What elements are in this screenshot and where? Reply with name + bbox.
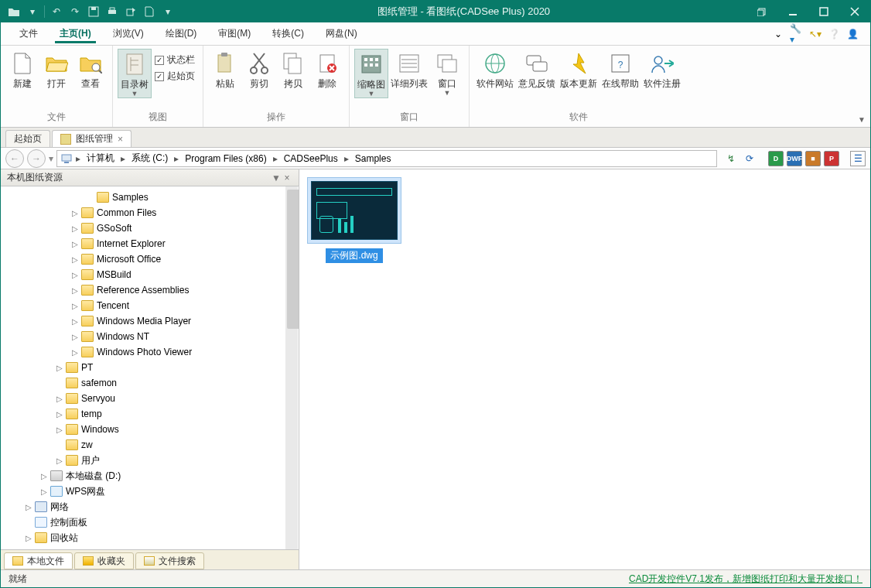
register-button[interactable]: 软件注册 — [641, 49, 683, 89]
maximize-button[interactable] — [808, 1, 839, 22]
tree-node[interactable]: zw — [1, 437, 299, 453]
expand-icon[interactable]: ▷ — [70, 286, 80, 295]
refresh-icon[interactable]: ⟳ — [742, 151, 757, 166]
nav-forward-button[interactable]: → — [27, 149, 46, 168]
tree-node[interactable]: 控制面板 — [1, 514, 299, 530]
close-button[interactable] — [839, 1, 870, 22]
tree-node[interactable]: ▷Reference Assemblies — [1, 282, 299, 298]
filter-pdf-icon[interactable]: P — [824, 151, 839, 166]
help-button[interactable]: ?在线帮助 — [599, 49, 641, 89]
ribbon-collapse-icon[interactable]: ▼ — [858, 115, 866, 124]
tree-node[interactable]: ▷GSoSoft — [1, 220, 299, 236]
menu-browse[interactable]: 浏览(V) — [102, 22, 155, 45]
tree-node[interactable]: ▷temp — [1, 406, 299, 422]
tree-node[interactable]: ▷WPS网盘 — [1, 484, 299, 499]
tab-close-icon[interactable]: × — [118, 134, 123, 145]
filter-image-icon[interactable]: ■ — [805, 151, 821, 166]
tree-node[interactable]: ▷网络 — [1, 499, 299, 514]
restore-down-extra-icon[interactable] — [746, 1, 777, 22]
expand-icon[interactable]: ▷ — [39, 487, 49, 496]
tree-node[interactable]: ▷本地磁盘 (D:) — [1, 468, 299, 484]
file-name[interactable]: 示例图.dwg — [326, 248, 382, 263]
copy-button[interactable]: 拷贝 — [276, 49, 310, 89]
detaillist-button[interactable]: 详细列表 — [388, 49, 430, 89]
tree-node[interactable]: ▷MSBuild — [1, 267, 299, 282]
breadcrumb-seg[interactable]: Samples — [352, 153, 395, 164]
checkbox-statusbar[interactable]: ✓状态栏 — [155, 53, 195, 67]
expand-icon[interactable]: ▷ — [55, 395, 64, 403]
expand-icon[interactable]: ▷ — [70, 209, 80, 217]
tree-node[interactable]: ▷Windows Media Player — [1, 313, 299, 329]
tab-drawingmgr[interactable]: 图纸管理× — [52, 130, 132, 147]
file-list[interactable]: 示例图.dwg — [299, 169, 870, 569]
wrench-icon[interactable]: 🔧▾ — [790, 27, 804, 41]
sidebar-close-icon[interactable]: × — [282, 173, 292, 183]
tree-node[interactable]: ▷Internet Explorer — [1, 236, 299, 251]
cursor-icon[interactable]: ↖▾ — [808, 27, 822, 41]
delete-button[interactable]: 删除 — [310, 49, 344, 89]
menu-file[interactable]: 文件 — [9, 22, 49, 45]
sidetab-favorites[interactable]: 收藏夹 — [74, 552, 134, 569]
tree-node[interactable]: ▷PT — [1, 360, 299, 375]
tree-node[interactable]: ▷Microsoft Office — [1, 251, 299, 267]
breadcrumb-seg[interactable]: CADSeePlus — [281, 153, 341, 164]
menu-cloud[interactable]: 网盘(N) — [315, 22, 368, 45]
menu-convert[interactable]: 转换(C) — [261, 22, 315, 45]
expand-icon[interactable]: ▷ — [24, 503, 33, 511]
chevron-down-icon[interactable]: ⌄ — [771, 27, 785, 41]
checkbox-startpage[interactable]: ✓起始页 — [155, 70, 195, 83]
expand-icon[interactable]: ▷ — [55, 364, 64, 372]
breadcrumb-seg[interactable]: 计算机 — [84, 152, 118, 165]
expand-icon[interactable]: ▷ — [70, 255, 80, 264]
folder-icon[interactable] — [7, 5, 21, 19]
user-icon[interactable]: 👤 — [845, 27, 859, 41]
tree-node[interactable]: Samples — [1, 190, 299, 205]
window-button[interactable]: 窗口▼ — [430, 49, 464, 97]
sidetab-local[interactable]: 本地文件 — [4, 552, 73, 569]
save-icon[interactable] — [87, 5, 101, 19]
expand-icon[interactable]: ▷ — [70, 240, 80, 248]
page-icon[interactable] — [142, 5, 156, 19]
nav-history-icon[interactable]: ▾ — [49, 153, 53, 164]
tree-node[interactable]: ▷Servyou — [1, 391, 299, 406]
breadcrumb[interactable]: ▸计算机 ▸系统 (C:) ▸Program Files (x86) ▸CADS… — [56, 150, 717, 167]
expand-icon[interactable]: ▷ — [70, 317, 80, 326]
tree-button[interactable]: 目录树▼ — [118, 49, 152, 98]
new-button[interactable]: 新建 — [5, 49, 39, 89]
site-button[interactable]: 软件网站 — [474, 49, 516, 89]
minimize-button[interactable] — [777, 1, 808, 22]
expand-icon[interactable]: ▷ — [70, 224, 80, 233]
help-icon[interactable]: ❔ — [827, 27, 841, 41]
tree-node[interactable]: ▷Common Files — [1, 205, 299, 220]
export-icon[interactable] — [124, 5, 138, 19]
expand-icon[interactable]: ▷ — [39, 472, 49, 480]
thumbnail-button[interactable]: 缩略图▼ — [354, 49, 388, 98]
tree-node[interactable]: safemon — [1, 375, 299, 391]
tree-node[interactable]: ▷用户 — [1, 453, 299, 468]
feedback-button[interactable]: 意见反馈 — [516, 49, 558, 89]
filter-dwg-icon[interactable]: D — [768, 151, 784, 166]
nav-back-button[interactable]: ← — [5, 149, 24, 168]
scrollbar[interactable] — [285, 186, 298, 549]
tree-node[interactable]: ▷Windows NT — [1, 329, 299, 344]
filter-dwf-icon[interactable]: DWF — [787, 151, 802, 166]
view-button[interactable]: 查看 — [73, 49, 108, 89]
status-link[interactable]: CAD开发控件V7.1发布，新增图纸打印和大量开发接口！ — [629, 573, 862, 586]
undo-icon[interactable]: ↶ — [50, 5, 63, 19]
sidetab-search[interactable]: 文件搜索 — [135, 552, 204, 569]
tree-node[interactable]: ▷Windows — [1, 422, 299, 437]
expand-icon[interactable]: ▷ — [24, 534, 33, 542]
open-button[interactable]: 打开 — [39, 49, 73, 89]
expand-icon[interactable]: ▷ — [70, 302, 80, 310]
breadcrumb-seg[interactable]: 系统 (C:) — [128, 152, 171, 165]
expand-icon[interactable]: ▷ — [70, 333, 80, 341]
menu-review[interactable]: 审图(M) — [207, 22, 261, 45]
breadcrumb-seg[interactable]: Program Files (x86) — [182, 153, 269, 164]
tree-node[interactable]: ▷Windows Photo Viewer — [1, 344, 299, 360]
tree-node[interactable]: ▷回收站 — [1, 530, 299, 545]
qat-more-icon[interactable]: ▾ — [161, 5, 175, 19]
tab-startpage[interactable]: 起始页 — [5, 130, 50, 147]
print-icon[interactable] — [105, 5, 119, 19]
file-item[interactable]: 示例图.dwg — [307, 177, 401, 263]
menu-home[interactable]: 主页(H) — [49, 22, 102, 45]
